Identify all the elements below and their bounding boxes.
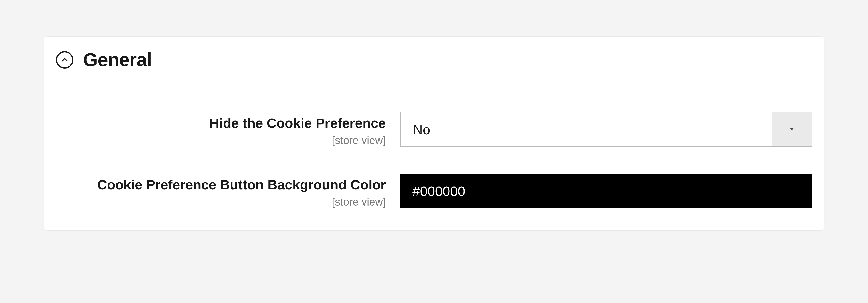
caret-down-icon	[788, 126, 795, 133]
button-bg-color-input[interactable]	[400, 173, 812, 209]
scope-badge: [store view]	[56, 196, 386, 208]
input-column	[400, 173, 812, 209]
section-header[interactable]: General	[44, 36, 824, 78]
scope-badge: [store view]	[56, 134, 386, 146]
svg-marker-0	[790, 128, 795, 130]
hide-cookie-preference-select[interactable]: No	[400, 112, 812, 147]
field-row-hide-cookie-preference: Hide the Cookie Preference [store view] …	[56, 112, 812, 147]
select-value: No	[401, 112, 772, 146]
section-title: General	[83, 49, 152, 71]
select-dropdown-button[interactable]	[772, 112, 812, 146]
field-label: Hide the Cookie Preference	[56, 114, 386, 132]
config-panel: General Hide the Cookie Preference [stor…	[43, 36, 825, 230]
label-column: Hide the Cookie Preference [store view]	[56, 112, 400, 146]
field-row-button-bg-color: Cookie Preference Button Background Colo…	[56, 173, 812, 209]
label-column: Cookie Preference Button Background Colo…	[56, 173, 400, 208]
form-body: Hide the Cookie Preference [store view] …	[44, 78, 824, 230]
field-label: Cookie Preference Button Background Colo…	[56, 175, 386, 194]
collapse-icon	[56, 51, 73, 68]
input-column: No	[400, 112, 812, 147]
